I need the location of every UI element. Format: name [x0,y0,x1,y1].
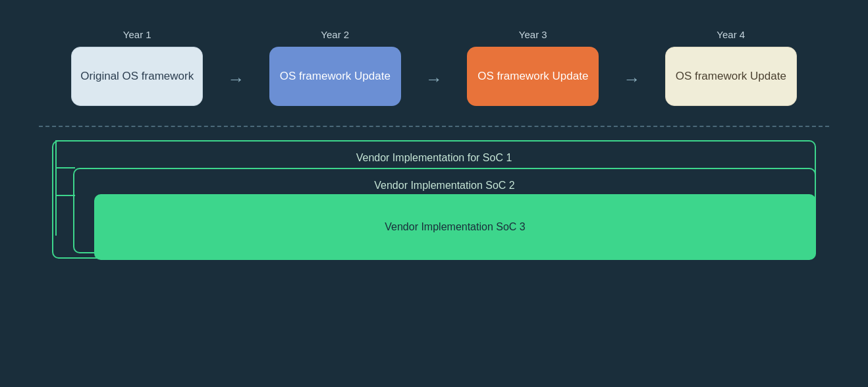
arrow-3: → [624,69,641,90]
main-diagram: Year 1 Original OS framework → Year 2 OS… [19,16,849,371]
arrow-2: → [425,69,443,90]
framework-box-4: OS framework Update [665,47,797,106]
vendor-section: Vendor Implementation for SoC 1 Vendor I… [52,140,816,265]
year-column-4: Year 4 OS framework Update [646,29,817,106]
year-label-2: Year 2 [321,29,349,40]
framework-box-1-text: Original OS framework [80,69,194,84]
framework-box-2-text: OS framework Update [280,69,391,84]
year-column-3: Year 3 OS framework Update [448,29,618,106]
framework-box-1: Original OS framework [71,47,203,106]
framework-box-2: OS framework Update [269,47,401,106]
vendor-box-3-text: Vendor Implementation SoC 3 [385,221,525,233]
vendor-box-2-text: Vendor Implementation SoC 2 [374,180,514,192]
year-column-1: Year 1 Original OS framework [52,29,223,106]
framework-box-3-text: OS framework Update [477,69,588,84]
framework-box-4-text: OS framework Update [676,69,786,84]
year-label-1: Year 1 [123,29,151,40]
vendor-box-1-text: Vendor Implementation for SoC 1 [356,152,512,164]
framework-box-3: OS framework Update [467,47,599,106]
year-label-3: Year 3 [519,29,547,40]
dashed-divider [39,126,829,127]
year-column-2: Year 2 OS framework Update [250,29,421,106]
vendor-box-3: Vendor Implementation SoC 3 [94,194,816,260]
timeline-row: Year 1 Original OS framework → Year 2 OS… [39,29,829,106]
year-label-4: Year 4 [717,29,745,40]
arrow-1: → [228,69,245,90]
